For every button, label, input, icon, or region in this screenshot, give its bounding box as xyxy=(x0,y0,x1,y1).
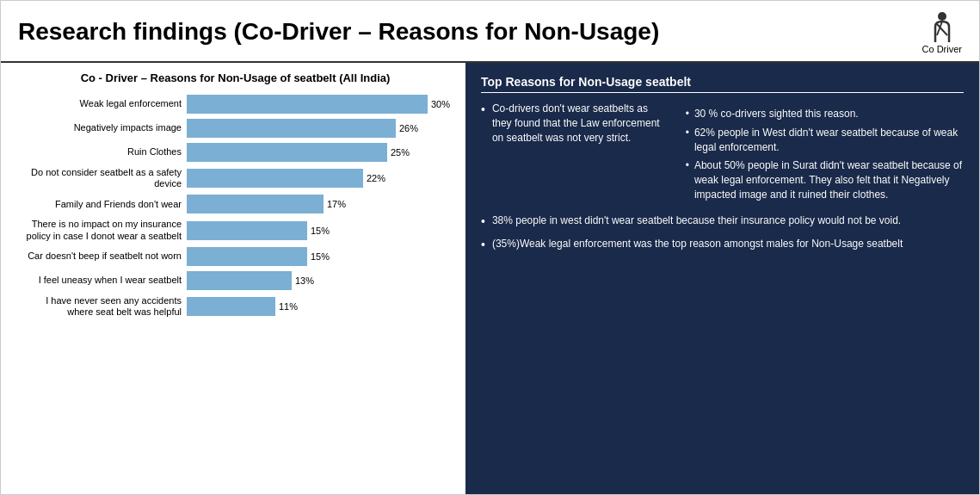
content-area: Co - Driver – Reasons for Non-Usage of s… xyxy=(1,63,979,494)
bar-value: 11% xyxy=(279,301,298,312)
page-title: Research findings (Co-Driver – Reasons f… xyxy=(18,18,659,46)
bar-container: 25% xyxy=(187,143,453,162)
sub-bullet-item: 30 % co-drivers sighted this reason. xyxy=(686,107,964,121)
bar-value: 26% xyxy=(399,123,418,133)
bar xyxy=(187,271,292,290)
bar-container: 22% xyxy=(187,169,453,188)
bar-label: Do not consider seatbelt as a safety dev… xyxy=(18,167,182,189)
bar-container: 13% xyxy=(187,271,453,290)
bar-value: 13% xyxy=(295,275,314,286)
chart-title: Co - Driver – Reasons for Non-Usage of s… xyxy=(18,71,453,84)
page: Research findings (Co-Driver – Reasons f… xyxy=(0,0,980,495)
bullet-item: 38% people in west didn't wear seatbelt … xyxy=(481,213,964,231)
bar-row: Negatively impacts image26% xyxy=(18,119,453,138)
bar-row: I feel uneasy when I wear seatbelt13% xyxy=(18,271,453,290)
bar xyxy=(187,195,324,213)
bar-label: I have never seen any accidents where se… xyxy=(18,295,182,318)
sub-bullet-item: About 50% people in Surat didn't wear se… xyxy=(686,158,964,201)
right-panel: Top Reasons for Non-Usage seatbelt Co-dr… xyxy=(465,63,979,494)
bar-row: Weak legal enforcement30% xyxy=(18,95,453,114)
bar xyxy=(187,95,428,114)
bar-row: Do not consider seatbelt as a safety dev… xyxy=(18,167,453,189)
co-driver-icon-area: Co Driver xyxy=(922,9,962,54)
bar-value: 17% xyxy=(327,199,346,209)
bar-container: 17% xyxy=(187,195,453,213)
bullet-text: 38% people in west didn't wear seatbelt … xyxy=(492,213,901,231)
sub-bullet-item: 62% people in West didn't wear seatbelt … xyxy=(686,126,964,155)
bar-container: 30% xyxy=(187,95,453,114)
bar-container: 11% xyxy=(187,297,453,316)
sub-bullet-list: 30 % co-drivers sighted this reason.62% … xyxy=(686,107,964,207)
sub-bullet-text: About 50% people in Surat didn't wear se… xyxy=(694,158,964,201)
bar-value: 22% xyxy=(367,173,385,183)
svg-point-0 xyxy=(938,12,946,21)
co-driver-icon xyxy=(925,9,959,44)
co-driver-label: Co Driver xyxy=(922,44,962,54)
bar xyxy=(187,297,275,316)
bar-row: Car doesn't beep if seatbelt not worn15% xyxy=(18,247,453,266)
bar-container: 15% xyxy=(187,221,453,240)
sub-bullet-text: 30 % co-drivers sighted this reason. xyxy=(694,107,859,121)
bar-chart: Weak legal enforcement30%Negatively impa… xyxy=(18,95,453,318)
bar-label: Car doesn't beep if seatbelt not worn xyxy=(18,251,182,262)
bullet-list: Co-drivers don't wear seatbelts as they … xyxy=(481,102,964,254)
bar-row: Family and Friends don't wear17% xyxy=(18,195,453,213)
bar-label: Negatively impacts image xyxy=(18,122,182,133)
bullet-text: Co-drivers don't wear seatbelts as they … xyxy=(492,102,670,207)
header: Research findings (Co-Driver – Reasons f… xyxy=(1,1,979,63)
bar-value: 30% xyxy=(431,99,450,109)
bar-label: There is no impact on my insurance polic… xyxy=(18,219,182,241)
bar xyxy=(187,221,307,240)
bullet-item: (35%)Weak legal enforcement was the top … xyxy=(481,237,964,254)
bar-label: Family and Friends don't wear xyxy=(18,199,182,210)
bar-label: I feel uneasy when I wear seatbelt xyxy=(18,275,182,286)
left-panel: Co - Driver – Reasons for Non-Usage of s… xyxy=(1,63,465,494)
bar-value: 25% xyxy=(391,147,410,158)
bar-value: 15% xyxy=(311,226,330,236)
bar-row: I have never seen any accidents where se… xyxy=(18,295,453,318)
bar xyxy=(187,143,387,162)
right-panel-title: Top Reasons for Non-Usage seatbelt xyxy=(481,75,964,93)
bar-container: 15% xyxy=(187,247,453,266)
bar-container: 26% xyxy=(187,119,453,138)
bar-row: Ruin Clothes25% xyxy=(18,143,453,162)
bullet-item: Co-drivers don't wear seatbelts as they … xyxy=(481,102,964,207)
bar xyxy=(187,247,307,266)
bar xyxy=(187,119,396,138)
bar-label: Weak legal enforcement xyxy=(18,98,182,109)
bar-row: There is no impact on my insurance polic… xyxy=(18,219,453,241)
bar-label: Ruin Clothes xyxy=(18,146,182,158)
bar xyxy=(187,169,363,188)
sub-bullet-text: 62% people in West didn't wear seatbelt … xyxy=(694,126,964,155)
bullet-text: (35%)Weak legal enforcement was the top … xyxy=(492,237,903,254)
bar-value: 15% xyxy=(311,251,330,262)
